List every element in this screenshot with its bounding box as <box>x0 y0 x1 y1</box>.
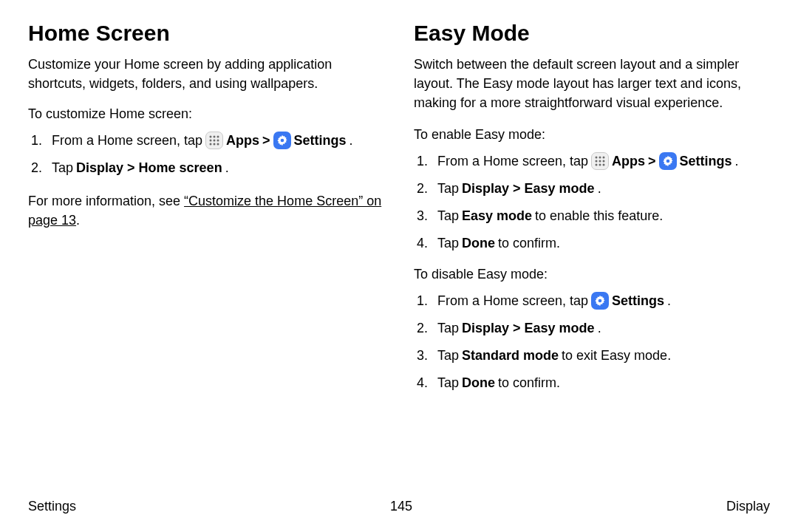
page-footer: Settings 145 Display <box>28 499 770 514</box>
step-number: 4. <box>417 373 437 393</box>
footer-page-number: 145 <box>390 499 412 514</box>
disable-steps: 1. From a Home screen, tap Settings. 2. … <box>414 291 770 393</box>
svg-point-20 <box>598 299 602 302</box>
apps-label: Apps <box>612 151 645 171</box>
list-item: 2. Tap Display > Easy mode. <box>414 318 770 338</box>
step-number: 3. <box>417 346 437 366</box>
step-number: 2. <box>417 179 437 199</box>
list-item: 4. Tap Done to confirm. <box>414 233 770 253</box>
step-text: to confirm. <box>498 233 560 253</box>
list-item: 3. Tap Easy mode to enable this feature. <box>414 206 770 226</box>
svg-point-16 <box>596 163 598 166</box>
settings-label: Settings <box>612 291 664 311</box>
step-text: . <box>735 151 739 171</box>
svg-point-8 <box>217 143 219 145</box>
list-item: 1. From a Home screen, tap Settings. <box>414 291 770 311</box>
step-number: 1. <box>417 291 437 311</box>
svg-point-7 <box>214 143 216 145</box>
separator: > <box>648 151 656 171</box>
svg-point-18 <box>603 163 605 166</box>
footer-section-right: Display <box>726 499 770 514</box>
step-text: From a Home screen, tap <box>437 291 588 311</box>
svg-point-17 <box>599 163 601 166</box>
disable-lead: To disable Easy mode: <box>414 267 770 282</box>
step-number: 4. <box>417 233 437 253</box>
svg-point-9 <box>280 138 284 142</box>
more-info-post: . <box>76 213 80 228</box>
step-text: From a Home screen, tap <box>52 131 202 151</box>
list-item: 4. Tap Done to confirm. <box>414 373 770 393</box>
settings-icon <box>659 152 677 170</box>
step-text: Tap <box>52 158 73 178</box>
svg-point-19 <box>666 159 669 163</box>
home-screen-intro: Customize your Home screen by adding app… <box>28 55 384 93</box>
settings-label: Settings <box>680 151 732 171</box>
list-item: 1. From a Home screen, tap Apps > Settin… <box>414 151 770 171</box>
step-text: From a Home screen, tap <box>437 151 588 171</box>
step-text: Tap <box>437 206 459 226</box>
enable-lead: To enable Easy mode: <box>414 127 770 143</box>
footer-section-left: Settings <box>28 499 76 514</box>
home-screen-lead: To customize Home screen: <box>28 106 384 122</box>
step-text: Tap <box>437 373 459 393</box>
more-info: For more information, see “Customize the… <box>28 191 384 230</box>
list-item: 2. Tap Display > Home screen. <box>28 158 384 178</box>
svg-point-2 <box>217 135 219 137</box>
step-number: 2. <box>31 158 52 178</box>
step-number: 3. <box>417 206 437 226</box>
svg-point-3 <box>210 139 212 141</box>
apps-label: Apps <box>226 131 259 151</box>
step-bold: Done <box>462 373 495 393</box>
step-text: to exit Easy mode. <box>562 346 671 366</box>
step-number: 2. <box>417 318 437 338</box>
step-text: Tap <box>437 179 459 199</box>
svg-point-10 <box>596 156 598 158</box>
step-bold: Display > Home screen <box>76 158 222 178</box>
step-bold: Easy mode <box>462 206 532 226</box>
apps-icon <box>591 152 609 170</box>
step-text: . <box>349 131 353 151</box>
svg-point-15 <box>603 160 605 162</box>
easy-mode-intro: Switch between the default screen layout… <box>414 55 770 112</box>
svg-point-5 <box>217 139 219 141</box>
svg-point-13 <box>596 160 598 162</box>
step-bold: Display > Easy mode <box>462 179 595 199</box>
svg-point-12 <box>603 156 605 158</box>
settings-icon <box>273 132 291 149</box>
step-bold: Display > Easy mode <box>462 318 595 338</box>
step-text: . <box>598 179 601 199</box>
apps-icon <box>205 132 223 149</box>
list-item: 2. Tap Display > Easy mode. <box>414 179 770 199</box>
step-number: 1. <box>31 131 52 151</box>
step-bold: Standard mode <box>462 346 559 366</box>
settings-icon <box>591 292 609 310</box>
step-text: to enable this feature. <box>535 206 663 226</box>
separator: > <box>262 131 270 151</box>
list-item: 3. Tap Standard mode to exit Easy mode. <box>414 346 770 366</box>
step-text: . <box>598 318 601 338</box>
step-text: Tap <box>437 233 459 253</box>
more-info-pre: For more information, see <box>28 194 184 208</box>
step-bold: Done <box>462 233 495 253</box>
list-item: 1. From a Home screen, tap Apps > Settin… <box>28 131 384 151</box>
svg-point-11 <box>599 156 601 158</box>
step-text: . <box>667 291 671 311</box>
settings-label: Settings <box>294 131 347 151</box>
svg-point-6 <box>210 143 212 145</box>
svg-point-4 <box>214 139 216 141</box>
easy-mode-heading: Easy Mode <box>414 21 770 46</box>
home-screen-steps: 1. From a Home screen, tap Apps > Settin… <box>28 131 384 178</box>
svg-point-14 <box>599 160 601 162</box>
enable-steps: 1. From a Home screen, tap Apps > Settin… <box>414 151 770 253</box>
step-text: . <box>225 158 229 178</box>
step-text: Tap <box>437 318 459 338</box>
svg-point-0 <box>210 135 212 137</box>
svg-point-1 <box>214 135 216 137</box>
home-screen-heading: Home Screen <box>28 21 384 46</box>
step-text: to confirm. <box>498 373 560 393</box>
step-text: Tap <box>437 346 459 366</box>
step-number: 1. <box>417 151 437 171</box>
